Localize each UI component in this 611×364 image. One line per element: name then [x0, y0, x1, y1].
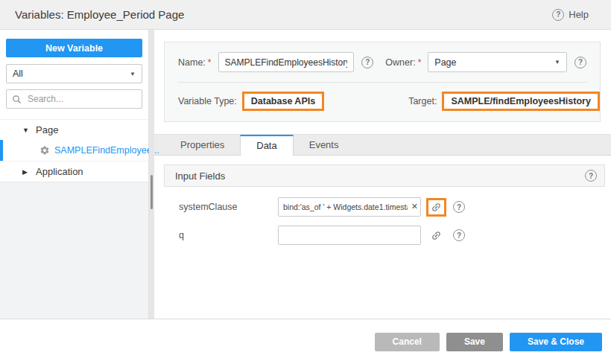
q-label: q: [179, 230, 278, 240]
tab-properties[interactable]: Properties: [165, 135, 240, 155]
variables-dialog: Variables: Employee_Period Page ? Help N…: [0, 0, 611, 364]
sidebar-scrollbar[interactable]: [149, 30, 154, 319]
selected-indicator-bar: [0, 140, 3, 161]
systemclause-help-icon[interactable]: ?: [453, 201, 465, 213]
tree-group-application[interactable]: ▶ Application: [0, 161, 148, 182]
owner-select[interactable]: Page ▼: [428, 52, 567, 72]
owner-value: Page: [434, 57, 456, 68]
help-circle-icon: ?: [552, 9, 564, 21]
systemclause-input-wrap: ✕: [278, 197, 421, 217]
tab-events[interactable]: Events: [294, 135, 355, 155]
caret-right-icon: ▶: [22, 168, 36, 176]
cancel-button[interactable]: Cancel: [375, 333, 440, 351]
target-label: Target:: [408, 96, 437, 106]
chevron-down-icon: ▼: [554, 59, 560, 66]
title-bar: Variables: Employee_Period Page ? Help: [0, 0, 611, 30]
search-box[interactable]: [6, 89, 142, 109]
search-icon: [12, 95, 22, 104]
input-fields-rows: systemClause ✕ ? q: [164, 187, 605, 249]
owner-help-icon[interactable]: ?: [574, 57, 586, 68]
caret-down-icon: ▼: [22, 127, 36, 134]
save-and-close-button[interactable]: Save & Close: [510, 333, 602, 351]
chevron-down-icon: ▼: [130, 71, 136, 77]
tree-item-variable-label: SAMPLEFindEmployee...: [54, 145, 159, 156]
input-fields-title: Input Fields: [175, 170, 225, 182]
tree-group-page-label: Page: [36, 124, 58, 135]
tree-item-variable-selected[interactable]: SAMPLEFindEmployee...: [0, 140, 148, 161]
q-help-icon[interactable]: ?: [453, 229, 465, 241]
target-value-highlighted: SAMPLE/findEmployeesHistory: [442, 92, 600, 111]
field-row-q: q ?: [164, 221, 605, 249]
sidebar-controls: New Variable All ▼: [0, 30, 148, 115]
help-link[interactable]: ? Help: [552, 9, 589, 21]
sidebar-empty-area: [0, 182, 148, 319]
main-panel: Name:* ? Owner:* Page ▼ ? Variable Type:: [154, 30, 611, 319]
type-target-row: Variable Type: Database APIs Target: SAM…: [165, 83, 600, 121]
variable-type-value-highlighted: Database APIs: [242, 92, 324, 111]
input-fields-help-icon[interactable]: ?: [585, 170, 597, 182]
q-input-wrap: [278, 226, 421, 245]
required-asterisk: *: [418, 57, 422, 68]
input-fields-header: Input Fields ?: [164, 165, 605, 187]
name-help-icon[interactable]: ?: [361, 57, 373, 68]
q-input[interactable]: [278, 226, 421, 245]
tree-group-page[interactable]: ▼ Page: [0, 119, 148, 140]
tab-data[interactable]: Data: [240, 135, 293, 156]
save-button[interactable]: Save: [446, 333, 503, 351]
variables-tree: ▼ Page SAMPLEFindEmployee... ▶ Applicati…: [0, 119, 148, 182]
systemclause-bind-button-highlighted[interactable]: [426, 198, 446, 217]
variable-type-label: Variable Type:: [178, 96, 237, 106]
tab-bar: Properties Data Events: [154, 134, 611, 156]
tree-group-application-label: Application: [36, 166, 83, 177]
content-area: New Variable All ▼ ▼ Page: [0, 30, 611, 319]
sidebar: New Variable All ▼ ▼ Page: [0, 30, 149, 319]
input-fields-section: Input Fields ? systemClause ✕: [164, 165, 605, 249]
owner-label: Owner:*: [385, 57, 421, 68]
name-owner-row: Name:* ? Owner:* Page ▼ ?: [165, 42, 600, 82]
variable-gear-icon: [39, 145, 50, 156]
page-title: Variables: Employee_Period Page: [15, 8, 184, 21]
link-icon: [428, 227, 444, 243]
name-label: Name:*: [178, 57, 212, 68]
footer-actions: Cancel Save Save & Close: [0, 319, 611, 364]
search-input[interactable]: [26, 93, 136, 105]
variable-filter-select[interactable]: All ▼: [6, 64, 142, 83]
new-variable-button[interactable]: New Variable: [6, 39, 142, 57]
name-input[interactable]: [218, 52, 355, 72]
field-row-systemclause: systemClause ✕ ?: [164, 193, 605, 221]
link-icon: [428, 199, 444, 214]
variable-filter-value: All: [13, 68, 23, 79]
q-bind-button[interactable]: [426, 226, 446, 245]
systemclause-label: systemClause: [179, 202, 278, 212]
variable-summary-box: Name:* ? Owner:* Page ▼ ? Variable Type:: [164, 42, 601, 122]
clear-binding-icon[interactable]: ✕: [411, 202, 418, 211]
required-asterisk: *: [208, 57, 212, 68]
sidebar-scrollbar-thumb[interactable]: [151, 175, 153, 209]
help-label: Help: [569, 9, 589, 20]
systemclause-input[interactable]: [278, 197, 421, 217]
